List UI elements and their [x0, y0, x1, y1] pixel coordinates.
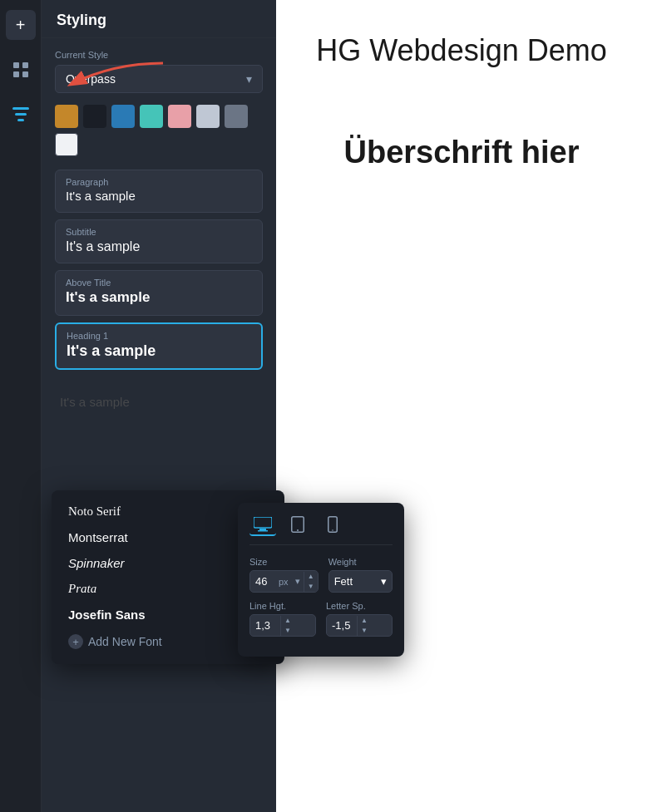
subtitle-text: It's a sample — [66, 239, 252, 254]
above-title-label: Above Title — [66, 278, 252, 288]
style-card-paragraph[interactable]: Paragraph It's a sample — [55, 170, 263, 213]
icon-sidebar: + — [0, 0, 42, 812]
size-unit-chevron[interactable]: ▾ — [292, 576, 304, 587]
settings-popup: Size px ▾ ▲ ▼ Weight Fett ▾ Line Hgt. — [238, 503, 404, 657]
size-input[interactable] — [250, 571, 275, 592]
line-hgt-control: ▲ ▼ — [249, 614, 316, 637]
add-font-label: Add New Font — [88, 635, 162, 648]
size-col: Size px ▾ ▲ ▼ — [249, 557, 319, 593]
svg-point-12 — [297, 529, 299, 531]
plus-button[interactable]: + — [6, 10, 36, 40]
line-hgt-col: Line Hgt. ▲ ▼ — [249, 601, 316, 637]
ghost-text-heading4: It's a sample — [60, 395, 130, 409]
size-weight-row: Size px ▾ ▲ ▼ Weight Fett ▾ — [249, 557, 393, 593]
letter-sp-label: Letter Sp. — [326, 601, 393, 611]
letter-sp-control: ▲ ▼ — [326, 614, 393, 637]
line-letter-row: Line Hgt. ▲ ▼ Letter Sp. ▲ ▼ — [249, 601, 393, 637]
letter-sp-input[interactable] — [327, 615, 357, 636]
paragraph-label: Paragraph — [66, 177, 252, 187]
letter-sp-col: Letter Sp. ▲ ▼ — [326, 601, 393, 637]
weight-chevron: ▾ — [381, 575, 387, 588]
above-title-text: It's a sample — [66, 289, 252, 306]
swatch-blue[interactable] — [111, 105, 135, 128]
weight-value: Fett — [334, 575, 353, 588]
desktop-device-button[interactable] — [249, 514, 276, 536]
svg-rect-1 — [22, 62, 28, 68]
line-hgt-input[interactable] — [250, 615, 280, 636]
main-content: HG Webdesign Demo Überschrift hier — [276, 0, 647, 812]
swatch-teal[interactable] — [140, 105, 163, 128]
letter-sp-down-button[interactable]: ▼ — [358, 626, 371, 636]
size-down-button[interactable]: ▼ — [304, 582, 318, 592]
svg-point-14 — [332, 529, 333, 531]
demo-heading: Überschrift hier — [344, 135, 580, 170]
mobile-device-button[interactable] — [319, 514, 346, 536]
heading1-label: Heading 1 — [67, 331, 251, 341]
svg-rect-3 — [22, 71, 28, 77]
panel-title: Styling — [42, 0, 276, 38]
size-spinners: ▲ ▼ — [304, 572, 318, 592]
device-row — [249, 514, 393, 545]
style-card-above-title[interactable]: Above Title It's a sample — [55, 270, 263, 315]
svg-rect-5 — [15, 113, 27, 116]
svg-rect-4 — [12, 107, 29, 110]
weight-col: Weight Fett ▾ — [328, 557, 393, 593]
swatch-gold[interactable] — [55, 105, 78, 128]
plus-circle-icon: + — [68, 634, 83, 649]
size-label: Size — [249, 557, 319, 567]
svg-rect-6 — [17, 119, 24, 121]
swatch-light-gray[interactable] — [196, 105, 220, 128]
size-control: px ▾ ▲ ▼ — [249, 570, 319, 593]
svg-rect-0 — [13, 62, 19, 68]
subtitle-label: Subtitle — [66, 227, 252, 237]
swatch-gray[interactable] — [225, 105, 248, 128]
line-hgt-label: Line Hgt. — [249, 601, 316, 611]
filter-button[interactable] — [6, 100, 36, 130]
demo-title: HG Webdesign Demo — [316, 33, 607, 68]
weight-select[interactable]: Fett ▾ — [328, 570, 393, 593]
style-card-subtitle[interactable]: Subtitle It's a sample — [55, 219, 263, 263]
letter-sp-up-button[interactable]: ▲ — [358, 616, 371, 626]
svg-rect-2 — [13, 71, 19, 77]
svg-rect-9 — [259, 529, 266, 530]
size-up-button[interactable]: ▲ — [304, 572, 318, 582]
line-hgt-down-button[interactable]: ▼ — [281, 626, 294, 636]
panel-body: Current Style Overpass ▾ — [42, 38, 276, 812]
tablet-device-button[interactable] — [284, 514, 311, 536]
svg-rect-10 — [258, 530, 268, 532]
styling-panel: Styling Current Style Overpass ▾ — [42, 0, 276, 812]
swatch-pink[interactable] — [168, 105, 191, 128]
svg-rect-8 — [254, 517, 272, 528]
line-hgt-up-button[interactable]: ▲ — [281, 616, 294, 626]
arrow-annotation — [47, 55, 180, 96]
swatch-dark[interactable] — [83, 105, 106, 128]
paragraph-text: It's a sample — [66, 189, 252, 204]
style-card-heading1[interactable]: Heading 1 It's a sample — [55, 322, 263, 371]
letter-sp-spinners: ▲ ▼ — [357, 616, 371, 636]
swatch-white[interactable] — [55, 133, 78, 156]
grid-button[interactable] — [6, 55, 36, 85]
size-unit: px — [275, 577, 292, 587]
line-hgt-spinners: ▲ ▼ — [280, 616, 294, 636]
chevron-down-icon: ▾ — [246, 72, 252, 86]
heading1-text: It's a sample — [67, 342, 251, 361]
weight-label: Weight — [328, 557, 393, 567]
color-swatches — [55, 105, 263, 156]
